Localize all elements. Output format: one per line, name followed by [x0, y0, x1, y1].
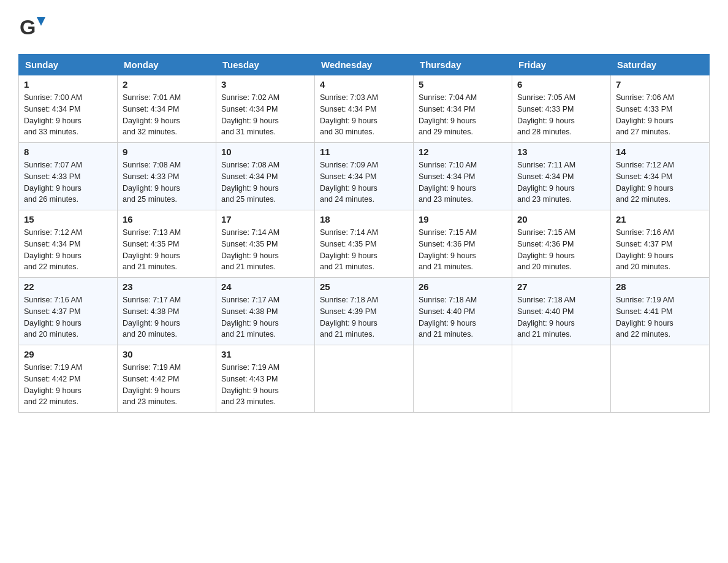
day-number: 19 [419, 214, 507, 224]
calendar-cell: 16Sunrise: 7:13 AMSunset: 4:35 PMDayligh… [118, 210, 216, 278]
calendar-cell: 18Sunrise: 7:14 AMSunset: 4:35 PMDayligh… [315, 210, 414, 278]
day-number: 30 [123, 349, 211, 359]
day-info: Sunrise: 7:19 AMSunset: 4:42 PMDaylight:… [24, 362, 112, 408]
weekday-header-monday: Monday [118, 55, 216, 75]
calendar-cell: 9Sunrise: 7:08 AMSunset: 4:33 PMDaylight… [118, 143, 216, 210]
calendar-cell [315, 345, 414, 413]
calendar-cell: 17Sunrise: 7:14 AMSunset: 4:35 PMDayligh… [216, 210, 315, 278]
day-number: 9 [123, 147, 211, 157]
calendar-cell [512, 345, 611, 413]
day-number: 11 [320, 147, 408, 157]
day-info: Sunrise: 7:09 AMSunset: 4:34 PMDaylight:… [320, 159, 408, 205]
calendar-cell: 12Sunrise: 7:10 AMSunset: 4:34 PMDayligh… [414, 143, 512, 210]
calendar-cell: 11Sunrise: 7:09 AMSunset: 4:34 PMDayligh… [315, 143, 414, 210]
calendar-cell [611, 345, 710, 413]
day-number: 20 [517, 214, 605, 224]
day-info: Sunrise: 7:17 AMSunset: 4:38 PMDaylight:… [123, 294, 211, 340]
day-number: 21 [616, 214, 704, 224]
day-info: Sunrise: 7:16 AMSunset: 4:37 PMDaylight:… [616, 227, 704, 273]
calendar-week-row: 29Sunrise: 7:19 AMSunset: 4:42 PMDayligh… [19, 345, 710, 413]
calendar-cell: 24Sunrise: 7:17 AMSunset: 4:38 PMDayligh… [216, 278, 315, 345]
day-number: 12 [419, 147, 507, 157]
day-number: 2 [123, 79, 211, 90]
day-info: Sunrise: 7:12 AMSunset: 4:34 PMDaylight:… [616, 159, 704, 205]
day-number: 7 [616, 79, 704, 90]
calendar-cell: 21Sunrise: 7:16 AMSunset: 4:37 PMDayligh… [611, 210, 710, 278]
calendar-cell: 3Sunrise: 7:02 AMSunset: 4:34 PMDaylight… [216, 75, 315, 143]
calendar-cell [414, 345, 512, 413]
calendar-cell: 30Sunrise: 7:19 AMSunset: 4:42 PMDayligh… [118, 345, 216, 413]
day-info: Sunrise: 7:07 AMSunset: 4:33 PMDaylight:… [24, 159, 112, 205]
day-info: Sunrise: 7:18 AMSunset: 4:40 PMDaylight:… [419, 294, 507, 340]
day-number: 4 [320, 79, 408, 90]
day-info: Sunrise: 7:11 AMSunset: 4:34 PMDaylight:… [517, 159, 605, 205]
calendar-cell: 22Sunrise: 7:16 AMSunset: 4:37 PMDayligh… [19, 278, 118, 345]
page-header: G [18, 12, 710, 42]
day-info: Sunrise: 7:16 AMSunset: 4:37 PMDaylight:… [24, 294, 112, 340]
day-number: 24 [221, 282, 309, 292]
day-info: Sunrise: 7:18 AMSunset: 4:40 PMDaylight:… [517, 294, 605, 340]
day-number: 25 [320, 282, 408, 292]
weekday-header-row: SundayMondayTuesdayWednesdayThursdayFrid… [19, 55, 710, 75]
day-info: Sunrise: 7:05 AMSunset: 4:33 PMDaylight:… [517, 92, 605, 138]
calendar-table: SundayMondayTuesdayWednesdayThursdayFrid… [18, 54, 710, 413]
weekday-header-tuesday: Tuesday [216, 55, 315, 75]
day-number: 13 [517, 147, 605, 157]
calendar-cell: 26Sunrise: 7:18 AMSunset: 4:40 PMDayligh… [414, 278, 512, 345]
day-number: 17 [221, 214, 309, 224]
weekday-header-saturday: Saturday [611, 55, 710, 75]
calendar-cell: 6Sunrise: 7:05 AMSunset: 4:33 PMDaylight… [512, 75, 611, 143]
calendar-cell: 31Sunrise: 7:19 AMSunset: 4:43 PMDayligh… [216, 345, 315, 413]
day-info: Sunrise: 7:17 AMSunset: 4:38 PMDaylight:… [221, 294, 309, 340]
day-info: Sunrise: 7:08 AMSunset: 4:33 PMDaylight:… [123, 159, 211, 205]
calendar-cell: 2Sunrise: 7:01 AMSunset: 4:34 PMDaylight… [118, 75, 216, 143]
calendar-cell: 1Sunrise: 7:00 AMSunset: 4:34 PMDaylight… [19, 75, 118, 143]
calendar-cell: 28Sunrise: 7:19 AMSunset: 4:41 PMDayligh… [611, 278, 710, 345]
day-number: 3 [221, 79, 309, 90]
calendar-week-row: 22Sunrise: 7:16 AMSunset: 4:37 PMDayligh… [19, 278, 710, 345]
day-number: 28 [616, 282, 704, 292]
day-number: 22 [24, 282, 112, 292]
day-number: 26 [419, 282, 507, 292]
weekday-header-friday: Friday [512, 55, 611, 75]
day-number: 18 [320, 214, 408, 224]
day-info: Sunrise: 7:08 AMSunset: 4:34 PMDaylight:… [221, 159, 309, 205]
calendar-cell: 19Sunrise: 7:15 AMSunset: 4:36 PMDayligh… [414, 210, 512, 278]
day-info: Sunrise: 7:00 AMSunset: 4:34 PMDaylight:… [24, 92, 112, 138]
svg-marker-1 [37, 17, 45, 26]
day-info: Sunrise: 7:14 AMSunset: 4:35 PMDaylight:… [221, 227, 309, 273]
calendar-cell: 27Sunrise: 7:18 AMSunset: 4:40 PMDayligh… [512, 278, 611, 345]
day-info: Sunrise: 7:04 AMSunset: 4:34 PMDaylight:… [419, 92, 507, 138]
calendar-cell: 25Sunrise: 7:18 AMSunset: 4:39 PMDayligh… [315, 278, 414, 345]
calendar-cell: 4Sunrise: 7:03 AMSunset: 4:34 PMDaylight… [315, 75, 414, 143]
day-number: 5 [419, 79, 507, 90]
day-info: Sunrise: 7:14 AMSunset: 4:35 PMDaylight:… [320, 227, 408, 273]
calendar-cell: 29Sunrise: 7:19 AMSunset: 4:42 PMDayligh… [19, 345, 118, 413]
logo: G [18, 12, 48, 42]
calendar-cell: 7Sunrise: 7:06 AMSunset: 4:33 PMDaylight… [611, 75, 710, 143]
day-info: Sunrise: 7:15 AMSunset: 4:36 PMDaylight:… [517, 227, 605, 273]
calendar-cell: 23Sunrise: 7:17 AMSunset: 4:38 PMDayligh… [118, 278, 216, 345]
day-info: Sunrise: 7:06 AMSunset: 4:33 PMDaylight:… [616, 92, 704, 138]
calendar-cell: 13Sunrise: 7:11 AMSunset: 4:34 PMDayligh… [512, 143, 611, 210]
weekday-header-thursday: Thursday [414, 55, 512, 75]
day-number: 27 [517, 282, 605, 292]
calendar-cell: 15Sunrise: 7:12 AMSunset: 4:34 PMDayligh… [19, 210, 118, 278]
day-number: 8 [24, 147, 112, 157]
weekday-header-sunday: Sunday [19, 55, 118, 75]
svg-text:G: G [20, 15, 36, 39]
day-info: Sunrise: 7:19 AMSunset: 4:42 PMDaylight:… [123, 362, 211, 408]
calendar-week-row: 1Sunrise: 7:00 AMSunset: 4:34 PMDaylight… [19, 75, 710, 143]
calendar-cell: 20Sunrise: 7:15 AMSunset: 4:36 PMDayligh… [512, 210, 611, 278]
day-info: Sunrise: 7:03 AMSunset: 4:34 PMDaylight:… [320, 92, 408, 138]
calendar-cell: 8Sunrise: 7:07 AMSunset: 4:33 PMDaylight… [19, 143, 118, 210]
calendar-week-row: 8Sunrise: 7:07 AMSunset: 4:33 PMDaylight… [19, 143, 710, 210]
calendar-cell: 5Sunrise: 7:04 AMSunset: 4:34 PMDaylight… [414, 75, 512, 143]
day-info: Sunrise: 7:13 AMSunset: 4:35 PMDaylight:… [123, 227, 211, 273]
day-info: Sunrise: 7:18 AMSunset: 4:39 PMDaylight:… [320, 294, 408, 340]
day-number: 31 [221, 349, 309, 359]
logo-icon: G [18, 12, 48, 42]
day-info: Sunrise: 7:15 AMSunset: 4:36 PMDaylight:… [419, 227, 507, 273]
calendar-week-row: 15Sunrise: 7:12 AMSunset: 4:34 PMDayligh… [19, 210, 710, 278]
calendar-cell: 10Sunrise: 7:08 AMSunset: 4:34 PMDayligh… [216, 143, 315, 210]
